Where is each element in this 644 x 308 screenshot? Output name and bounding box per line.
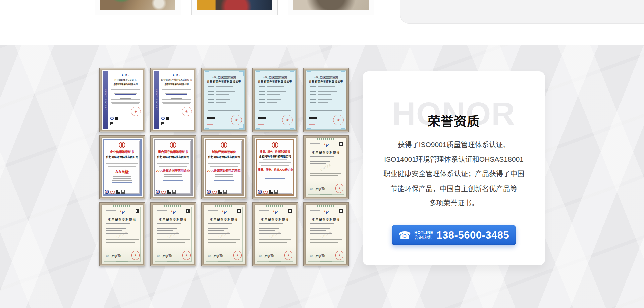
decor-text-line — [112, 180, 132, 181]
certificate-thumbnail-r3-c4[interactable]: ✦P实用新型专利证书CNIPA局长申长雨★ — [252, 202, 298, 266]
gallery-photo-card-2[interactable] — [191, 0, 278, 15]
certificate-fields — [105, 176, 139, 183]
decor-text-line — [318, 94, 331, 95]
corner-flourish-icon — [341, 71, 345, 76]
red-oval-seal-icon: ★ — [335, 184, 343, 193]
qr-code-icon — [269, 190, 273, 194]
decor-text-line — [208, 110, 240, 111]
honor-description-line: 节能环保产品，中国自主创新名优产品等 — [376, 181, 532, 196]
decor-text-line — [216, 86, 233, 87]
issuing-authority: 中华人民共和国国家版权局 — [306, 76, 346, 79]
barcode-icon — [258, 117, 266, 119]
garland-decoration-icon — [164, 205, 182, 207]
red-oval-seal-icon: ★ — [182, 251, 191, 260]
certificate-title: 实用新型专利证书 — [255, 217, 296, 221]
logo-spark: ✦ — [221, 210, 224, 213]
decor-text-line — [259, 86, 265, 87]
decor-text-line — [265, 178, 285, 179]
field-row — [208, 91, 235, 92]
decor-text-line — [171, 98, 182, 99]
decor-text-line — [111, 87, 140, 87]
certificate-thumbnail-r2-c5[interactable]: ✦P实用新型专利证书CNIPA局长申长雨★ — [303, 135, 349, 199]
logo-spark: ✦ — [170, 210, 173, 213]
decor-text-line — [157, 241, 188, 241]
decor-text-line — [116, 261, 128, 262]
hotline-labels: HOTLINE 咨询热线: — [414, 230, 433, 240]
decor-text-line — [318, 89, 333, 89]
certificate-thumbnail-r2-c3[interactable]: 诚信经营示范单位合肥珂玛环保科技有限公司AAA级诚信经营示范单位C★ — [201, 135, 247, 199]
company-name: 合肥珂玛环保科技有限公司 — [161, 83, 192, 86]
decor-text-line — [267, 97, 279, 97]
certificate-thumbnail-r3-c3[interactable]: ✦P实用新型专利证书CNIPA局长申长雨★ — [201, 202, 247, 266]
signer-role: 局长 — [310, 254, 314, 257]
signature-row: 局长申长雨 — [208, 253, 223, 258]
certificate-thumbnail-r2-c2[interactable]: 重合同守信用等级证书合肥珂玛环保科技有限公司AAA级重合同守信用企业C★ — [150, 135, 196, 199]
decor-text-line — [208, 97, 214, 97]
emblem-inner — [223, 143, 225, 147]
decor-text-line — [106, 163, 138, 164]
decor-text-line — [159, 162, 187, 162]
signer-signature: 申长雨 — [315, 253, 325, 259]
certificate-thumbnail-r2-c4[interactable]: 质量、服务、信誉等级证书合肥珂玛环保科技有限公司质量、服务、信誉AAA级企业C★ — [252, 135, 298, 199]
certificate-thumbnail-r1-c5[interactable]: 中华人民共和国国家版权局计算机软件著作权登记证书★ — [303, 68, 349, 132]
certificate-thumbnail-r3-c1[interactable]: ✦P实用新型专利证书CNIPA局长申长雨★ — [99, 202, 145, 266]
certificate-side-band: CERTIFICATE — [154, 71, 159, 129]
certificate-title: 实用新型专利证书 — [204, 217, 245, 221]
garland-decoration-icon — [317, 205, 335, 207]
certificate-paper: 企业信用等级证书合肥珂玛环保科技有限公司AAA级C★ — [102, 138, 143, 197]
decor-text-line — [259, 233, 281, 234]
cnipa-logo-icon: ✦P — [306, 143, 346, 148]
emblem-inner — [274, 143, 276, 147]
decor-text-line — [218, 261, 230, 262]
decor-text-line — [310, 175, 338, 176]
decor-text-line — [259, 112, 289, 113]
stamps-row: C★ — [207, 190, 227, 194]
issuing-authority: 中华人民共和国国家版权局 — [255, 76, 296, 79]
decor-text-line — [318, 97, 330, 97]
honor-description-line: 多项荣誉证书。 — [376, 196, 532, 210]
certificate-thumbnail-r1-c3[interactable]: 中华人民共和国国家版权局计算机软件著作权登记证书★ — [201, 68, 247, 132]
decor-text-line — [208, 241, 239, 241]
certificate-title: 环境管理体系认证证书 — [110, 78, 141, 81]
decor-text-line — [162, 89, 191, 90]
decor-text-line — [216, 99, 230, 100]
gallery-photo-card-1[interactable] — [95, 0, 181, 15]
decor-text-line — [208, 86, 214, 87]
qr-code-icon — [161, 122, 164, 125]
certificate-fields — [310, 156, 334, 166]
decor-text-line — [106, 226, 119, 226]
decor-text-line — [266, 173, 284, 174]
decor-text-line — [259, 89, 265, 89]
gallery-photo-card-3[interactable] — [288, 0, 374, 15]
certificate-thumbnail-r1-c1[interactable]: CERTIFICATECIC环境管理体系认证证书合肥珂玛环保科技有限公司★ — [99, 68, 145, 132]
certificate-title: 实用新型专利证书 — [153, 217, 194, 221]
certificate-title: 实用新型专利证书 — [102, 217, 143, 221]
qr-code-icon — [116, 190, 120, 194]
decor-text-line — [320, 194, 332, 195]
certification-logos — [161, 117, 169, 120]
decor-text-line — [157, 239, 190, 240]
decor-text-line — [209, 165, 239, 165]
credit-association-logo-icon: C — [207, 190, 211, 194]
certificate-thumbnail-r2-c1[interactable]: 企业信用等级证书合肥珂玛环保科技有限公司AAA级C★ — [99, 135, 145, 199]
decor-text-line — [162, 99, 191, 100]
decor-paragraph — [310, 110, 342, 114]
qr-code-icon — [274, 190, 278, 194]
signature-row: 局长申长雨 — [259, 253, 274, 258]
stamps-row: C★ — [105, 190, 125, 194]
certificate-thumbnail-r1-c2[interactable]: CERTIFICATECIC职业健康安全管理体系认证证书合肥珂玛环保科技有限公司… — [150, 68, 196, 132]
certificate-paper: 中华人民共和国国家版权局计算机软件著作权登记证书★ — [306, 70, 346, 130]
signer-role: 局长 — [106, 254, 110, 257]
certificate-thumbnail-r3-c2[interactable]: ✦P实用新型专利证书CNIPA局长申长雨★ — [150, 202, 196, 266]
certificate-thumbnail-r3-c5[interactable]: ✦P实用新型专利证书CNIPA局长申长雨★ — [303, 202, 349, 266]
certificate-thumbnail-r1-c4[interactable]: 中华人民共和国国家版权局计算机软件著作权登记证书★ — [252, 68, 298, 132]
certificate-band-text: CERTIFICATE — [155, 89, 158, 111]
signer-signature: 申长雨 — [111, 253, 121, 259]
hotline-label-zh: 咨询热线: — [414, 235, 432, 240]
credit-association-logo-icon: C — [258, 190, 262, 194]
decor-paragraph — [310, 172, 342, 177]
decor-text-line — [163, 88, 190, 89]
certificate-title: 计算机软件著作权登记证书 — [255, 79, 296, 83]
decor-text-line — [163, 103, 191, 104]
hotline-button[interactable]: ☎ HOTLINE 咨询热线: 138-5600-3485 — [392, 225, 516, 245]
